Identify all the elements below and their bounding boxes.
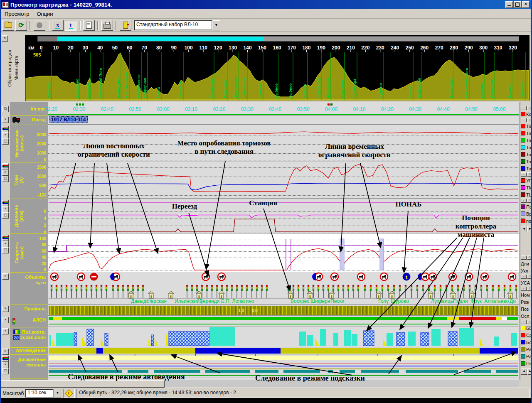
legend-item[interactable]: Кс (520, 111, 532, 118)
row-menu-button[interactable] (2, 126, 9, 132)
legend-item[interactable]: То (520, 165, 532, 172)
group-menu-button[interactable]: ≡ (527, 275, 532, 279)
svg-text:200: 200 (332, 45, 340, 51)
row-options-button[interactable]: ▢ (2, 138, 9, 145)
legend-label: То (526, 138, 531, 143)
scroll-left-button[interactable]: ◄ (521, 226, 527, 232)
preset-select[interactable]: Стандартный набор ВЛ-10 (134, 20, 212, 30)
collapse-button[interactable]: − (521, 256, 527, 260)
close-button[interactable]: × (522, 1, 530, 8)
row-close-button[interactable]: × (2, 170, 9, 176)
row-separator (10, 115, 48, 116)
legend-item[interactable]: Ра (520, 353, 532, 360)
legend-item[interactable]: То (520, 123, 532, 130)
refresh-button[interactable]: ⟳ (15, 20, 27, 31)
legend-item[interactable]: Ср (520, 332, 532, 339)
collapse-button[interactable]: − (521, 106, 527, 110)
row-menu-button[interactable] (2, 356, 9, 362)
legend-item[interactable]: ТМ (520, 184, 532, 191)
svg-text:220: 220 (361, 45, 369, 51)
legend-item[interactable]: Вр (520, 210, 532, 217)
row-options-button[interactable]: ▢ (2, 212, 9, 219)
legend-item[interactable]: То (520, 130, 532, 137)
group-menu-button[interactable]: ≡ (527, 256, 532, 260)
row-menu-button[interactable] (2, 235, 9, 241)
legend-item[interactable]: Укл (520, 267, 532, 274)
collapse-button[interactable]: − (521, 275, 527, 279)
legend-label: То (526, 166, 531, 171)
scroll-right-button[interactable]: ► (527, 226, 532, 232)
row-menu-button[interactable] (2, 200, 9, 206)
scale-select[interactable]: 1:10 сек (25, 389, 54, 398)
record-button[interactable] (34, 20, 45, 31)
row-close-button[interactable]: × (2, 241, 9, 247)
scroll-left-button[interactable]: ◄ (521, 369, 527, 375)
legend-item[interactable]: То (520, 151, 532, 158)
legend-item[interactable]: Пе (520, 360, 532, 367)
row-close-button[interactable]: × (2, 206, 9, 212)
legend-item[interactable]: То (520, 144, 532, 151)
group-menu-button[interactable]: ≡ (527, 199, 532, 203)
legend-item[interactable]: По (520, 203, 532, 210)
restore-button[interactable] (514, 1, 521, 8)
group-menu-button[interactable]: ≡ (527, 172, 532, 177)
legend-item[interactable]: Ра (520, 346, 532, 353)
legend-item[interactable]: УСА (520, 279, 532, 286)
group-menu-button[interactable]: ≡ (527, 320, 532, 324)
row-menu-button[interactable] (2, 163, 9, 170)
exit-button[interactable] (120, 20, 131, 31)
train-value[interactable]: 1917 ВЛ10-114 (49, 116, 88, 123)
row-close-button[interactable]: × (2, 328, 9, 334)
axis-tick: 3000 (10, 133, 48, 137)
row-close-button[interactable]: × (2, 117, 9, 123)
legend-item[interactable]: Осл (520, 312, 532, 319)
legend-item[interactable]: То (520, 158, 532, 165)
row-options-button[interactable]: ▢ (2, 247, 9, 253)
open-file-button[interactable] (2, 20, 14, 31)
report-button[interactable] (83, 20, 95, 31)
legend-color-swatch (521, 159, 525, 164)
row-close-button[interactable]: × (2, 273, 9, 280)
legend-item[interactable]: Дли (520, 260, 532, 267)
row-label-auto: Автоведение (10, 348, 48, 353)
scroll-right-button[interactable]: ► (527, 369, 532, 375)
legend-item[interactable]: по (520, 217, 532, 224)
collapse-button[interactable]: − (521, 287, 527, 291)
row-close-button[interactable]: × (2, 349, 9, 355)
legend-item[interactable]: УР (520, 177, 532, 184)
legend-item[interactable]: Бо (520, 339, 532, 346)
row-link-button[interactable]: ⧉ (2, 106, 9, 112)
collapse-button[interactable]: − (521, 172, 527, 177)
legend-item[interactable]: ТЦ (520, 191, 532, 198)
row-options-button[interactable]: ▢ (2, 176, 9, 182)
legend-item[interactable]: Реж (520, 298, 532, 305)
scale-dropdown-button[interactable]: ▼ (54, 389, 61, 398)
minimize-button[interactable] (505, 1, 513, 8)
collapse-button[interactable]: − (521, 118, 527, 122)
legend-item[interactable]: То (520, 137, 532, 144)
annotation-text: Линия постоянных ограничений скорости (78, 142, 150, 159)
collapse-button[interactable]: − (521, 199, 527, 203)
svg-text:60: 60 (127, 45, 133, 51)
collapse-button[interactable]: − (521, 320, 527, 324)
menu-item[interactable]: Опции (33, 10, 57, 18)
group-menu-button[interactable]: ≡ (527, 106, 532, 110)
row-options-button[interactable]: ▢ (2, 368, 9, 374)
menu-item[interactable]: Просмотр (1, 10, 33, 18)
legend-item[interactable]: Ном (520, 291, 532, 298)
svg-text:Орехово: Орехово (47, 82, 51, 98)
legend-item[interactable]: БВ (520, 324, 532, 332)
preset-dropdown-button[interactable]: ▼ (212, 20, 220, 30)
chart-by-time-button[interactable]: t (65, 20, 76, 31)
chart-by-distance-button[interactable]: x (52, 20, 64, 31)
print-button[interactable] (101, 20, 113, 31)
row-close-button[interactable]: × (2, 317, 9, 323)
legend-item[interactable]: Поз (520, 305, 532, 312)
time-tick: 03:10 (185, 106, 197, 112)
group-menu-button[interactable]: ≡ (527, 287, 532, 291)
row-close-button[interactable]: × (2, 306, 9, 312)
row-close-button[interactable]: × (2, 362, 9, 368)
group-menu-button[interactable]: ≡ (527, 118, 532, 122)
row-close-button[interactable]: × (2, 132, 9, 138)
svg-text:110: 110 (199, 45, 207, 51)
